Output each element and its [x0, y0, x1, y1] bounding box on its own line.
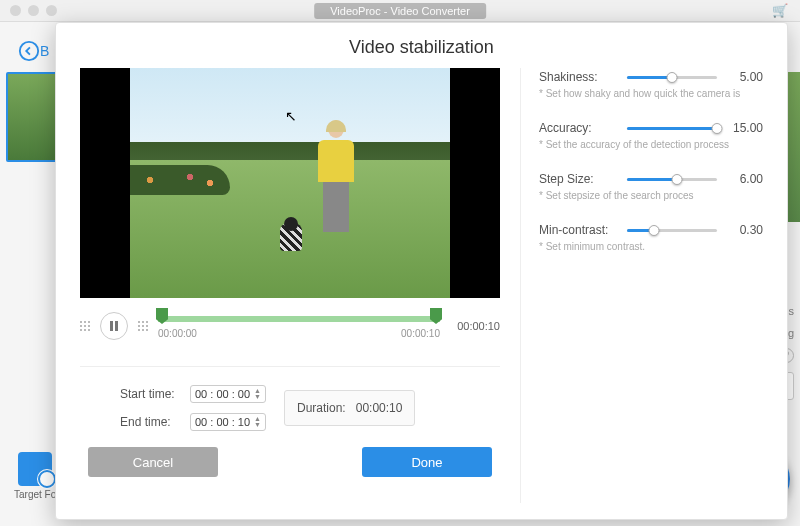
stepsize-value: 6.00 [727, 172, 763, 186]
svg-rect-2 [115, 321, 118, 331]
target-format-icon [18, 452, 52, 486]
titlebar: VideoProc - Video Converter 🛒 [0, 0, 800, 22]
divider [80, 366, 500, 367]
accuracy-value: 15.00 [727, 121, 763, 135]
back-label: B [40, 43, 49, 59]
start-time-label: Start time: [120, 387, 182, 401]
minimize-window-icon[interactable] [28, 5, 39, 16]
svg-point-0 [20, 42, 38, 60]
zoom-window-icon[interactable] [46, 5, 57, 16]
stepper-down-icon[interactable]: ▼ [254, 394, 261, 400]
target-format-label: Target Fo [14, 489, 56, 500]
pause-icon [109, 321, 119, 331]
duration-value: 00:00:10 [356, 401, 403, 415]
start-time-value: 00 : 00 : 00 [195, 388, 250, 400]
end-time-value: 00 : 00 : 10 [195, 416, 250, 428]
grip-left-icon [80, 321, 90, 331]
target-format[interactable]: Target Fo [14, 452, 56, 500]
trim-timeline[interactable]: 00:00:00 00:00:10 [158, 308, 440, 344]
done-button[interactable]: Done [362, 447, 492, 477]
param-shakiness: Shakiness: 5.00 * Set how shaky and how … [539, 70, 763, 99]
stepsize-hint: * Set stepsize of the search proces [539, 190, 763, 201]
cart-icon[interactable]: 🛒 [772, 3, 788, 18]
param-stepsize: Step Size: 6.00 * Set stepsize of the se… [539, 172, 763, 201]
shakiness-label: Shakiness: [539, 70, 617, 84]
start-time-input[interactable]: 00 : 00 : 00 ▲▼ [190, 385, 266, 403]
stepsize-label: Step Size: [539, 172, 617, 186]
clip-thumbnail[interactable] [6, 72, 58, 162]
duration-label: Duration: [297, 401, 346, 415]
shakiness-hint: * Set how shaky and how quick the camera… [539, 88, 763, 99]
end-time-input[interactable]: 00 : 00 : 10 ▲▼ [190, 413, 266, 431]
svg-rect-1 [110, 321, 113, 331]
end-time-label: End time: [120, 415, 182, 429]
total-duration: 00:00:10 [450, 320, 500, 332]
close-window-icon[interactable] [10, 5, 21, 16]
timeline-end-label: 00:00:10 [401, 328, 440, 339]
stepsize-slider[interactable] [627, 172, 717, 186]
mincontrast-value: 0.30 [727, 223, 763, 237]
stepper-down-icon[interactable]: ▼ [254, 422, 261, 428]
cursor-icon: ↖ [285, 108, 297, 124]
accuracy-slider[interactable] [627, 121, 717, 135]
shakiness-slider[interactable] [627, 70, 717, 84]
cancel-button[interactable]: Cancel [88, 447, 218, 477]
duration-display: Duration: 00:00:10 [284, 390, 415, 426]
param-mincontrast: Min-contrast: 0.30 * Set minimum contras… [539, 223, 763, 252]
timeline-start-label: 00:00:00 [158, 328, 197, 339]
play-pause-button[interactable] [100, 312, 128, 340]
video-preview[interactable]: ↖ [80, 68, 500, 298]
accuracy-label: Accuracy: [539, 121, 617, 135]
shakiness-value: 5.00 [727, 70, 763, 84]
grip-right-icon [138, 321, 148, 331]
accuracy-hint: * Set the accuracy of the detection proc… [539, 139, 763, 150]
app-title: VideoProc - Video Converter [314, 3, 486, 19]
param-accuracy: Accuracy: 15.00 * Set the accuracy of th… [539, 121, 763, 150]
mincontrast-label: Min-contrast: [539, 223, 617, 237]
back-button[interactable]: B [18, 40, 49, 62]
window-controls[interactable] [10, 5, 57, 16]
mincontrast-slider[interactable] [627, 223, 717, 237]
stabilization-dialog: Video stabilization ↖ 0 [55, 22, 788, 520]
mincontrast-hint: * Set minimum contrast. [539, 241, 763, 252]
dialog-title: Video stabilization [80, 37, 763, 58]
